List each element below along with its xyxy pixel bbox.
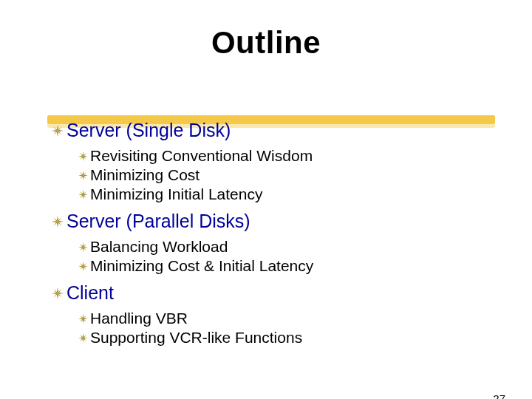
- burst-bullet-icon: [78, 151, 88, 161]
- list-item-label: Minimizing Initial Latency: [90, 185, 262, 203]
- burst-bullet-icon: [78, 171, 88, 180]
- section-subitems: Revisiting Conventional Wisdom Minimizin…: [78, 147, 495, 203]
- section-subitems: Handling VBR Supporting VCR-like Functio…: [78, 310, 495, 347]
- section-header-label: Server (Single Disk): [66, 120, 231, 141]
- slide: Outline Server (Single Disk) Revisiting …: [0, 25, 532, 399]
- list-item: Handling VBR: [78, 310, 495, 327]
- burst-bullet-icon: [52, 125, 64, 137]
- list-item: Supporting VCR-like Functions: [78, 329, 495, 347]
- burst-bullet-icon: [78, 262, 88, 271]
- list-item: Minimizing Cost & Initial Latency: [78, 257, 495, 275]
- burst-bullet-icon: [52, 216, 64, 228]
- burst-bullet-icon: [78, 242, 88, 252]
- outline-content: Server (Single Disk) Revisiting Conventi…: [52, 112, 495, 349]
- list-item: Minimizing Initial Latency: [78, 185, 495, 203]
- section-header-label: Client: [66, 282, 114, 304]
- page-number: 27: [493, 392, 505, 399]
- section-header: Client: [52, 282, 495, 304]
- list-item-label: Minimizing Cost: [90, 166, 200, 184]
- list-item: Balancing Workload: [78, 238, 495, 256]
- burst-bullet-icon: [52, 287, 64, 299]
- burst-bullet-icon: [78, 333, 88, 343]
- page-title: Outline: [0, 25, 532, 61]
- section-server-parallel-disks: Server (Parallel Disks) Balancing Worklo…: [52, 211, 495, 275]
- burst-bullet-icon: [78, 190, 88, 200]
- list-item-label: Supporting VCR-like Functions: [90, 329, 302, 347]
- list-item-label: Balancing Workload: [90, 238, 228, 256]
- section-client: Client Handling VBR Supporting VCR-like …: [52, 282, 495, 347]
- section-header-label: Server (Parallel Disks): [66, 211, 250, 232]
- list-item-label: Minimizing Cost & Initial Latency: [90, 257, 313, 275]
- list-item-label: Revisiting Conventional Wisdom: [90, 147, 313, 165]
- list-item-label: Handling VBR: [90, 310, 188, 327]
- list-item: Revisiting Conventional Wisdom: [78, 147, 495, 165]
- section-server-single-disk: Server (Single Disk) Revisiting Conventi…: [52, 120, 495, 203]
- burst-bullet-icon: [78, 314, 88, 324]
- section-header: Server (Single Disk): [52, 120, 495, 141]
- section-header: Server (Parallel Disks): [52, 211, 495, 232]
- list-item: Minimizing Cost: [78, 166, 495, 184]
- section-subitems: Balancing Workload Minimizing Cost & Ini…: [78, 238, 495, 275]
